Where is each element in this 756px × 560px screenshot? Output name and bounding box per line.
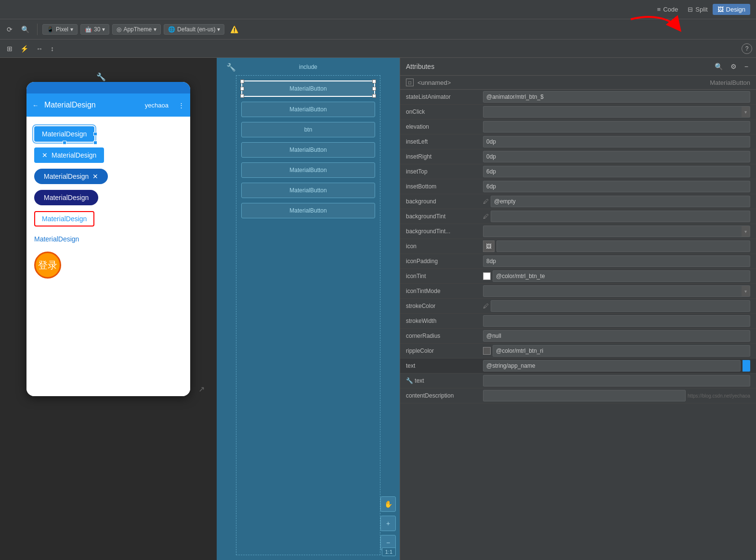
attr-row-icontint: iconTint xyxy=(400,269,756,284)
handle-mr[interactable] xyxy=(372,87,376,91)
android-icon: 🤖 xyxy=(85,26,92,33)
btn-fab[interactable]: 登录 xyxy=(34,252,61,279)
magnet-btn[interactable]: ⚡ xyxy=(17,43,31,54)
text2-input[interactable] xyxy=(483,375,750,387)
elevation-input[interactable] xyxy=(483,121,750,133)
bp-hand-btn[interactable]: ✋ xyxy=(380,496,396,512)
vertical-flip-btn[interactable]: ↕ xyxy=(48,43,57,54)
back-icon[interactable]: ← xyxy=(32,102,39,109)
text2-paint-icon[interactable]: 🔧 xyxy=(406,377,413,384)
ripplecolor-input[interactable] xyxy=(493,345,750,357)
attr-component-row: □ <unnamed> MaterialButton xyxy=(400,76,756,90)
handle-bl[interactable] xyxy=(240,94,244,98)
insetleft-input[interactable] xyxy=(483,136,750,147)
icon-input[interactable] xyxy=(496,240,750,252)
wrench-blueprint-icon: 🔧 xyxy=(226,63,236,72)
pixel-dropdown-arrow: ▾ xyxy=(70,26,73,33)
attr-row-cornerradius: cornerRadius xyxy=(400,329,756,344)
bp-btn-3[interactable]: MaterialButton xyxy=(241,142,375,158)
onclick-dropdown[interactable]: ▾ xyxy=(483,106,750,118)
bp-btn-4[interactable]: MaterialButton xyxy=(241,162,375,178)
iconpadding-input[interactable] xyxy=(483,255,750,267)
rotate-icon-btn[interactable]: ⟳ xyxy=(4,24,15,35)
handle-br xyxy=(93,141,97,145)
api-selector[interactable]: 🤖 30 ▾ xyxy=(80,24,109,35)
btn-filled[interactable]: MaterialDesign xyxy=(34,126,94,142)
blueprint-label: include xyxy=(295,63,321,71)
icontintmode-dropdown[interactable]: ▾ xyxy=(483,285,750,297)
attr-row-bgtintmode: backgroundTint... ▾ xyxy=(400,224,756,239)
device-panel-inner: 🔧 ← MaterialDesign yechaoa ⋮ Materi xyxy=(10,67,207,396)
device-content: MaterialDesign ✕ MaterialDesign Material… xyxy=(26,117,190,396)
locale-dropdown-arrow: ▾ xyxy=(217,26,220,33)
pixel-selector[interactable]: 📱 Pixel ▾ xyxy=(42,24,78,35)
bp-btn-6[interactable]: MaterialButton xyxy=(241,203,375,218)
device-app-title: MaterialDesign xyxy=(44,101,139,109)
bp-btn-1[interactable]: MaterialButton xyxy=(241,102,375,117)
ripplecolor-swatch[interactable] xyxy=(483,347,491,355)
insettop-input[interactable] xyxy=(483,166,750,177)
strokecolor-input[interactable] xyxy=(491,300,750,312)
panel-toggle-btn[interactable]: ⊞ xyxy=(4,43,15,54)
attr-row-ripplecolor: rippleColor xyxy=(400,344,756,359)
handle-tl[interactable] xyxy=(240,80,244,83)
warning-icon-btn[interactable]: ⚠️ xyxy=(227,24,241,35)
handle-ml[interactable] xyxy=(240,87,244,91)
close-icon-btn[interactable]: − xyxy=(743,62,750,71)
statelist-input[interactable] xyxy=(483,91,750,103)
btn-rounded-icon: ✕ xyxy=(92,173,98,180)
attr-header: Attributes 🔍 ⚙ − xyxy=(400,58,756,76)
theme-selector[interactable]: ◎ AppTheme ▾ xyxy=(112,24,161,35)
bp-btn-5[interactable]: MaterialButton xyxy=(241,183,375,198)
text-input[interactable] xyxy=(483,360,741,372)
contentdesc-input[interactable] xyxy=(483,390,686,401)
sep1 xyxy=(37,24,38,35)
background-input[interactable] xyxy=(491,196,750,207)
device-frame: ← MaterialDesign yechaoa ⋮ MaterialDesig… xyxy=(26,82,190,396)
attr-row-text2: 🔧 text xyxy=(400,373,756,388)
bgtintmode-dropdown[interactable]: ▾ xyxy=(483,226,750,237)
text-side-indicator xyxy=(743,360,750,372)
btn-text[interactable]: MaterialDesign xyxy=(34,232,79,246)
virtual-device-icon-btn[interactable]: 🔍 xyxy=(18,24,32,35)
btn-rounded[interactable]: MaterialDesign ✕ xyxy=(34,169,108,184)
more-icon[interactable]: ⋮ xyxy=(178,102,184,109)
btn-icon-label: MaterialDesign xyxy=(52,151,96,159)
icontint-input[interactable] xyxy=(493,270,750,282)
attr-row-bgtint: backgroundTint 🖊 xyxy=(400,209,756,224)
attr-row-iconpadding: iconPadding xyxy=(400,254,756,269)
attr-row-text: text xyxy=(400,359,756,373)
icon-image[interactable]: 🖼 xyxy=(483,240,495,252)
btn-dark[interactable]: MaterialDesign xyxy=(34,190,98,205)
insetbottom-input[interactable] xyxy=(483,181,750,192)
split-label: Split xyxy=(695,6,707,13)
icontint-swatch[interactable] xyxy=(483,272,491,280)
bp-btn-0[interactable]: MaterialButton xyxy=(241,80,375,97)
settings-icon-btn[interactable]: ⚙ xyxy=(729,62,739,71)
attr-row-insetleft: insetLeft xyxy=(400,134,756,149)
strokewidth-input[interactable] xyxy=(483,315,750,327)
theme-dropdown-arrow: ▾ xyxy=(154,26,156,33)
attr-title: Attributes xyxy=(406,63,434,70)
bgtint-input[interactable] xyxy=(491,211,750,222)
locale-selector[interactable]: 🌐 Default (en-us) ▾ xyxy=(164,24,224,35)
bgtint-paint-icon[interactable]: 🖊 xyxy=(483,213,489,220)
bp-btn-2[interactable]: btn xyxy=(241,122,375,137)
strokecolor-paint-icon[interactable]: 🖊 xyxy=(483,303,489,309)
cornerradius-input[interactable] xyxy=(483,330,750,342)
horizontal-flip-btn[interactable]: ↔ xyxy=(33,43,46,54)
resize-handle[interactable]: ↗ xyxy=(198,385,205,394)
split-tab[interactable]: ⊟ Split xyxy=(683,4,712,15)
insetright-input[interactable] xyxy=(483,151,750,162)
code-tab[interactable]: ≡ Code xyxy=(652,4,683,15)
attr-row-strokecolor: strokeColor 🖊 xyxy=(400,299,756,314)
handle-tr[interactable] xyxy=(372,80,376,83)
background-paint-icon[interactable]: 🖊 xyxy=(483,198,489,205)
help-btn[interactable]: ? xyxy=(742,43,752,54)
handle-br[interactable] xyxy=(372,94,376,98)
bp-zoom-in-btn[interactable]: + xyxy=(380,516,396,531)
btn-outlined[interactable]: MaterialDesign xyxy=(34,211,94,227)
btn-icon[interactable]: ✕ MaterialDesign xyxy=(34,147,104,163)
search-icon-btn[interactable]: 🔍 xyxy=(713,62,725,71)
design-tab[interactable]: 🖼 Design xyxy=(713,4,750,15)
